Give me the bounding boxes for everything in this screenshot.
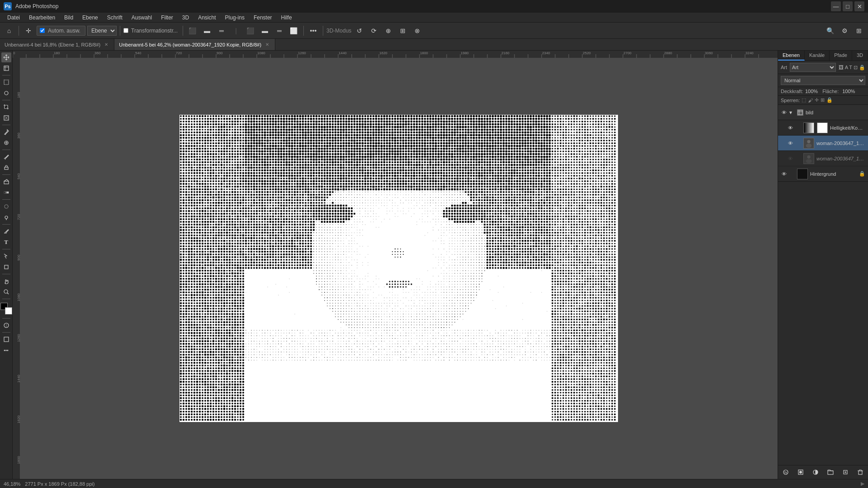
align-left-button[interactable]: ⬛ bbox=[186, 24, 199, 37]
gradient-tool[interactable] bbox=[1, 188, 11, 197]
blend-mode-dropdown[interactable]: Normal bbox=[781, 76, 865, 85]
move-tool-button[interactable]: ✛ bbox=[22, 24, 35, 37]
select-tool[interactable] bbox=[1, 77, 11, 87]
home-button[interactable]: ⌂ bbox=[3, 24, 15, 37]
menu-auswahl[interactable]: Auswahl bbox=[128, 14, 156, 22]
3d-roll-button[interactable]: ⟳ bbox=[368, 24, 380, 37]
layer-vis-woman[interactable]: 👁 bbox=[787, 155, 793, 162]
eyedropper-tool[interactable] bbox=[1, 127, 11, 137]
healing-tool[interactable] bbox=[1, 138, 11, 148]
3d-rotate-button[interactable]: ↺ bbox=[353, 24, 366, 37]
menu-plugins[interactable]: Plug-ins bbox=[222, 14, 248, 22]
tab-pfade[interactable]: Pfade bbox=[830, 51, 852, 61]
3d-slide-button[interactable]: ⊞ bbox=[396, 24, 409, 37]
layer-mask-button[interactable] bbox=[796, 467, 806, 477]
brush-tool[interactable] bbox=[1, 152, 11, 162]
ruler-horizontal bbox=[13, 51, 778, 58]
align-top-button[interactable]: ⬛ bbox=[244, 24, 257, 37]
extra-tools-button[interactable]: ••• bbox=[1, 345, 11, 355]
canvas-viewport[interactable] bbox=[20, 58, 778, 479]
canvas-image[interactable] bbox=[179, 115, 618, 422]
hand-tool[interactable] bbox=[1, 276, 11, 286]
close-button[interactable]: ✕ bbox=[854, 1, 864, 11]
layer-group-button[interactable] bbox=[826, 467, 835, 477]
zoom-tool[interactable] bbox=[1, 287, 11, 297]
menu-filter[interactable]: Filter bbox=[157, 14, 177, 22]
tab-1[interactable]: Unbenannt-4 bei 16,8% (Ebene 1, RGB/8#) … bbox=[0, 39, 114, 50]
align-bottom-button[interactable]: ═ bbox=[273, 24, 286, 37]
align-center-v-button[interactable]: ▬ bbox=[259, 24, 271, 37]
lock-artboard-icon[interactable]: ⊞ bbox=[821, 97, 825, 103]
menu-bild[interactable]: Bild bbox=[61, 14, 77, 22]
artboard-tool[interactable] bbox=[1, 63, 11, 73]
tab-1-close[interactable]: ✕ bbox=[103, 42, 109, 47]
tab-2-close[interactable]: ✕ bbox=[264, 42, 270, 47]
lock-paint-icon[interactable]: 🖌 bbox=[808, 98, 813, 103]
eraser-tool[interactable] bbox=[1, 177, 11, 187]
layer-vis-woman-kopie[interactable]: 👁 bbox=[787, 140, 793, 146]
align-center-h-button[interactable]: ▬ bbox=[201, 24, 213, 37]
maximize-button[interactable]: □ bbox=[843, 1, 853, 11]
search-button[interactable]: 🔍 bbox=[824, 24, 836, 37]
lasso-tool[interactable] bbox=[1, 88, 11, 98]
3d-scale-button[interactable]: ⊗ bbox=[411, 24, 424, 37]
menu-fenster[interactable]: Fenster bbox=[250, 14, 276, 22]
tab-ebenen[interactable]: Ebenen bbox=[778, 51, 805, 61]
layer-vis-hintergrund[interactable]: 👁 bbox=[781, 171, 787, 177]
menu-schrift[interactable]: Schrift bbox=[104, 14, 126, 22]
tab-2-label: Unbenannt-5 bei 46,2% (woman-2003647_192… bbox=[119, 42, 261, 47]
stamp-tool[interactable] bbox=[1, 163, 11, 173]
move-tool[interactable] bbox=[1, 52, 11, 62]
menu-hilfe[interactable]: Hilfe bbox=[278, 14, 296, 22]
dodge-tool[interactable] bbox=[1, 212, 11, 222]
sperren-label: Sperren: bbox=[781, 98, 800, 103]
3d-drag-button[interactable]: ⊕ bbox=[382, 24, 395, 37]
background-color[interactable] bbox=[5, 307, 12, 314]
quick-mask-button[interactable] bbox=[1, 320, 11, 330]
layer-hk1[interactable]: 👁 Helligkeit/Kontrast 1 bbox=[778, 120, 868, 136]
tab-kanaele[interactable]: Kanäle bbox=[805, 51, 830, 61]
workspace-button[interactable]: ⚙ bbox=[838, 24, 851, 37]
more-options-button[interactable]: ••• bbox=[307, 24, 320, 37]
layer-vis-hk1[interactable]: 👁 bbox=[787, 125, 793, 131]
path-select-tool[interactable] bbox=[1, 251, 11, 261]
tab-2[interactable]: Unbenannt-5 bei 46,2% (woman-2003647_192… bbox=[114, 39, 275, 50]
menu-bearbeiten[interactable]: Bearbeiten bbox=[25, 14, 59, 22]
crop-tool[interactable] bbox=[1, 102, 11, 112]
layer-fx-button[interactable]: fx bbox=[781, 467, 791, 477]
screen-mode-button[interactable] bbox=[1, 334, 11, 344]
layer-type-icons: 🖼 A T ⊡ 🔒 bbox=[839, 65, 865, 70]
layer-adjustment-button[interactable] bbox=[811, 467, 821, 477]
menu-3d[interactable]: 3D bbox=[179, 14, 193, 22]
text-tool[interactable]: T bbox=[1, 237, 11, 247]
menu-datei[interactable]: Datei bbox=[4, 14, 24, 22]
layer-arrow-bild[interactable]: ▾ bbox=[789, 109, 795, 116]
layer-hintergrund[interactable]: 👁 Hintergrund 🔒 bbox=[778, 166, 868, 182]
pen-tool[interactable] bbox=[1, 226, 11, 236]
lock-transparent-icon[interactable]: ⬚ bbox=[802, 97, 806, 103]
menu-ebene[interactable]: Ebene bbox=[79, 14, 102, 22]
layer-new-button[interactable] bbox=[840, 467, 850, 477]
transform-checkbox[interactable] bbox=[123, 28, 128, 33]
shape-tool[interactable] bbox=[1, 262, 11, 272]
fg-bg-colors[interactable] bbox=[0, 303, 12, 314]
layer-woman[interactable]: 👁 woman-2003647_1920 bbox=[778, 151, 868, 166]
blur-tool[interactable] bbox=[1, 202, 11, 211]
align-h-button[interactable]: ⬜ bbox=[288, 24, 300, 37]
tab-3d[interactable]: 3D bbox=[852, 51, 868, 61]
lock-all-icon[interactable]: 🔒 bbox=[826, 97, 833, 103]
layer-vis-bild[interactable]: 👁 bbox=[781, 109, 787, 116]
ebene-dropdown[interactable]: Ebene bbox=[87, 26, 117, 36]
layer-woman-kopie[interactable]: 👁 woman-2003647_1920 Kopie bbox=[778, 136, 868, 151]
svg-rect-1 bbox=[4, 80, 9, 84]
art-dropdown[interactable]: Art bbox=[790, 63, 836, 72]
align-right-button[interactable]: ═ bbox=[215, 24, 228, 37]
minimize-button[interactable]: — bbox=[831, 1, 841, 11]
lock-position-icon[interactable]: ✛ bbox=[815, 97, 819, 103]
arrange-button[interactable]: ⊞ bbox=[853, 24, 865, 37]
frame-tool[interactable] bbox=[1, 113, 11, 123]
layer-delete-button[interactable] bbox=[855, 467, 865, 477]
layer-group-bild[interactable]: 👁 ▾ bild bbox=[778, 105, 868, 120]
auto-select-checkbox[interactable] bbox=[40, 28, 45, 33]
menu-ansicht[interactable]: Ansicht bbox=[194, 14, 219, 22]
